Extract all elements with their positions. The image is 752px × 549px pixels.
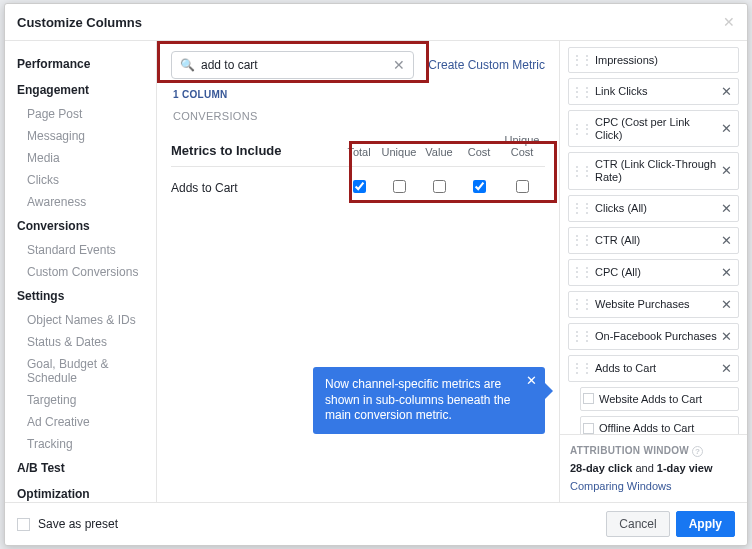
sidebar-item-messaging[interactable]: Messaging [5, 125, 156, 147]
modal-header: Customize Columns ✕ [5, 4, 747, 41]
tooltip-text: Now channel-specific metrics are shown i… [325, 377, 510, 422]
modal-footer: Save as preset Cancel Apply [5, 502, 747, 545]
col-head-unique: Unique [379, 146, 419, 158]
pill-offline-adds[interactable]: Offline Adds to Cart [580, 416, 739, 434]
pill-adds-to-cart[interactable]: ⋮⋮Adds to Cart✕ [568, 355, 739, 382]
metrics-row-adds-to-cart: Adds to Cart [171, 173, 545, 203]
pill-website-adds[interactable]: Website Adds to Cart [580, 387, 739, 412]
sub-checkbox[interactable] [583, 393, 594, 404]
pill-fb-purchases[interactable]: ⋮⋮On-Facebook Purchases✕ [568, 323, 739, 350]
sidebar-group-engagement[interactable]: Engagement [5, 77, 156, 103]
remove-icon[interactable]: ✕ [719, 361, 734, 376]
sidebar-item-tracking[interactable]: Tracking [5, 433, 156, 455]
sidebar-item-targeting[interactable]: Targeting [5, 389, 156, 411]
sidebar-item-object-names[interactable]: Object Names & IDs [5, 309, 156, 331]
drag-handle-icon[interactable]: ⋮⋮ [571, 297, 591, 311]
tooltip-close-icon[interactable]: ✕ [526, 373, 537, 390]
checkbox-icon[interactable] [17, 518, 30, 531]
drag-handle-icon[interactable]: ⋮⋮ [571, 85, 591, 99]
pill-cpc-link[interactable]: ⋮⋮CPC (Cost per Link Click)✕ [568, 110, 739, 147]
selected-columns-panel: ⋮⋮Impressions) ⋮⋮Link Clicks✕ ⋮⋮CPC (Cos… [559, 41, 747, 502]
sidebar-group-optimization[interactable]: Optimization [5, 481, 156, 502]
remove-icon[interactable]: ✕ [719, 329, 734, 344]
drag-handle-icon[interactable]: ⋮⋮ [571, 122, 591, 136]
col-head-value: Value [419, 146, 459, 158]
checkbox-unique-cost[interactable] [516, 180, 529, 193]
sidebar-group-settings[interactable]: Settings [5, 283, 156, 309]
sidebar-item-standard-events[interactable]: Standard Events [5, 239, 156, 261]
pill-clicks-all[interactable]: ⋮⋮Clicks (All)✕ [568, 195, 739, 222]
drag-handle-icon[interactable]: ⋮⋮ [571, 201, 591, 215]
remove-icon[interactable]: ✕ [719, 297, 734, 312]
modal-body: Performance Engagement Page Post Messagi… [5, 41, 747, 502]
sub-checkbox[interactable] [583, 423, 594, 434]
attribution-section: ATTRIBUTION WINDOW? 28-day click and 1-d… [560, 434, 747, 502]
sidebar-group-conversions[interactable]: Conversions [5, 213, 156, 239]
info-tooltip: Now channel-specific metrics are shown i… [313, 367, 545, 434]
sidebar-item-clicks[interactable]: Clicks [5, 169, 156, 191]
close-icon[interactable]: ✕ [723, 14, 735, 30]
sidebar-item-media[interactable]: Media [5, 147, 156, 169]
sidebar-item-status-dates[interactable]: Status & Dates [5, 331, 156, 353]
cancel-button[interactable]: Cancel [606, 511, 669, 537]
pill-ctr-link[interactable]: ⋮⋮CTR (Link Click-Through Rate)✕ [568, 152, 739, 189]
checkbox-cost[interactable] [473, 180, 486, 193]
col-head-cost: Cost [459, 146, 499, 158]
remove-icon[interactable]: ✕ [719, 84, 734, 99]
remove-icon[interactable]: ✕ [719, 121, 734, 136]
sidebar-item-awareness[interactable]: Awareness [5, 191, 156, 213]
search-icon: 🔍 [180, 58, 195, 72]
sidebar-item-ad-creative[interactable]: Ad Creative [5, 411, 156, 433]
metric-name: Adds to Cart [171, 181, 339, 195]
customize-columns-modal: Customize Columns ✕ Performance Engageme… [4, 3, 748, 546]
drag-handle-icon[interactable]: ⋮⋮ [571, 361, 591, 375]
sidebar-item-page-post[interactable]: Page Post [5, 103, 156, 125]
comparing-windows-link[interactable]: Comparing Windows [570, 480, 737, 492]
pill-link-clicks[interactable]: ⋮⋮Link Clicks✕ [568, 78, 739, 105]
metrics-include-label: Metrics to Include [171, 143, 339, 158]
help-icon[interactable]: ? [692, 446, 703, 457]
pill-website-purchases[interactable]: ⋮⋮Website Purchases✕ [568, 291, 739, 318]
metrics-table-header: Metrics to Include Total Unique Value Co… [171, 134, 545, 167]
category-sidebar: Performance Engagement Page Post Messagi… [5, 41, 157, 502]
sidebar-item-goal-budget[interactable]: Goal, Budget & Schedule [5, 353, 156, 389]
save-preset-checkbox[interactable]: Save as preset [17, 517, 118, 531]
pill-impressions[interactable]: ⋮⋮Impressions) [568, 47, 739, 73]
save-preset-label: Save as preset [38, 517, 118, 531]
drag-handle-icon[interactable]: ⋮⋮ [571, 233, 591, 247]
pill-ctr-all[interactable]: ⋮⋮CTR (All)✕ [568, 227, 739, 254]
clear-search-icon[interactable]: ✕ [393, 57, 405, 73]
col-head-total: Total [339, 146, 379, 158]
col-head-unique-cost: Unique Cost [499, 134, 545, 158]
attribution-text: 28-day click and 1-day view [570, 462, 737, 474]
drag-handle-icon[interactable]: ⋮⋮ [571, 53, 591, 67]
column-count-label: 1 COLUMN [173, 89, 543, 100]
pill-cpc-all[interactable]: ⋮⋮CPC (All)✕ [568, 259, 739, 286]
remove-icon[interactable]: ✕ [719, 233, 734, 248]
checkbox-value[interactable] [433, 180, 446, 193]
remove-icon[interactable]: ✕ [719, 163, 734, 178]
search-field-wrap: 🔍 ✕ [171, 51, 414, 79]
create-custom-metric-link[interactable]: Create Custom Metric [428, 58, 545, 72]
sidebar-group-performance[interactable]: Performance [5, 51, 156, 77]
attribution-title: ATTRIBUTION WINDOW? [570, 445, 737, 457]
checkbox-total[interactable] [353, 180, 366, 193]
drag-handle-icon[interactable]: ⋮⋮ [571, 329, 591, 343]
selected-columns-list: ⋮⋮Impressions) ⋮⋮Link Clicks✕ ⋮⋮CPC (Cos… [560, 41, 747, 434]
drag-handle-icon[interactable]: ⋮⋮ [571, 265, 591, 279]
modal-title: Customize Columns [17, 15, 142, 30]
drag-handle-icon[interactable]: ⋮⋮ [571, 164, 591, 178]
center-panel: 🔍 ✕ Create Custom Metric 1 COLUMN CONVER… [157, 41, 559, 502]
search-row: 🔍 ✕ Create Custom Metric [171, 51, 545, 79]
checkbox-unique[interactable] [393, 180, 406, 193]
remove-icon[interactable]: ✕ [719, 265, 734, 280]
sidebar-item-custom-conversions[interactable]: Custom Conversions [5, 261, 156, 283]
conversions-section-label: CONVERSIONS [173, 110, 543, 122]
sidebar-group-ab-test[interactable]: A/B Test [5, 455, 156, 481]
search-input[interactable] [201, 58, 393, 72]
apply-button[interactable]: Apply [676, 511, 735, 537]
remove-icon[interactable]: ✕ [719, 201, 734, 216]
